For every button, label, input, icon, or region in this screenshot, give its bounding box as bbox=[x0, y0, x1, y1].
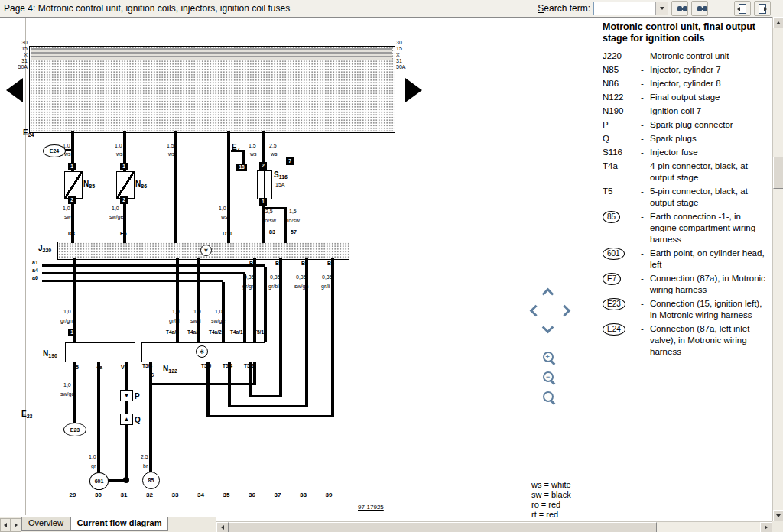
tab-scroll-right-button[interactable] bbox=[11, 518, 21, 532]
tab-current-flow-diagram[interactable]: Current flow diagram bbox=[70, 517, 169, 531]
diagram-label: 0,35 bbox=[270, 274, 281, 280]
pin-marker: 2 bbox=[259, 162, 267, 170]
track-number: 31 bbox=[121, 492, 128, 498]
diagram-label: 1,5 bbox=[289, 209, 297, 214]
zoom-in-icon[interactable] bbox=[543, 352, 554, 362]
n122-internal-symbol: ∗ bbox=[196, 345, 208, 358]
legend-key: 85 bbox=[603, 211, 641, 223]
junction-dot bbox=[123, 477, 129, 483]
vertical-scroll-thumb[interactable] bbox=[773, 157, 783, 189]
scroll-left-button[interactable] bbox=[216, 522, 229, 532]
bus-terminal-label: 30 bbox=[15, 40, 28, 45]
legend-desc: Injector, cylinder 8 bbox=[650, 78, 768, 89]
track-number: 30 bbox=[95, 492, 102, 498]
wire-segment bbox=[208, 415, 334, 417]
next-page-arrow[interactable] bbox=[405, 78, 422, 102]
legend-desc: Connection (87a, left inlet valve), in M… bbox=[650, 323, 768, 358]
diagram-label: T4a/4 bbox=[166, 330, 179, 336]
legend-entry: N85-Injector, cylinder 7 bbox=[603, 64, 772, 76]
scroll-up-button[interactable] bbox=[773, 17, 783, 28]
wire-segment bbox=[227, 131, 230, 243]
legend-desc: Connection (15, ignition left), in Motro… bbox=[650, 298, 768, 321]
diagram-label: 15 bbox=[73, 365, 79, 370]
wire-segment bbox=[331, 258, 334, 417]
tab-strip: Overview Current flow diagram bbox=[0, 517, 216, 532]
diagram-label: br bbox=[143, 463, 148, 469]
wire-segment bbox=[305, 258, 308, 407]
legend-dash: - bbox=[641, 105, 650, 117]
diagram-label: ws bbox=[168, 151, 175, 157]
j220-internal-symbol: ∗ bbox=[200, 245, 212, 256]
diagram-label: ro/sw bbox=[287, 218, 300, 223]
diagram-label: 2,5 bbox=[141, 454, 148, 459]
spark-plug-connector-p-symbol: ▼ bbox=[120, 390, 133, 401]
diagram-label: T5/3 bbox=[142, 364, 152, 369]
scrollbar-corner bbox=[772, 521, 783, 532]
diagram-label: sw/gn bbox=[294, 284, 308, 289]
wire-segment bbox=[151, 383, 256, 385]
wire-color-legend: ws = whitesw = blackro = redrt = red bbox=[531, 480, 571, 520]
zoom-out-icon[interactable] bbox=[543, 371, 554, 382]
legend-list: J220-Motronic control unitN85-Injector, … bbox=[603, 50, 772, 358]
diagram-label: 2,5 bbox=[265, 209, 273, 214]
track-number: 37 bbox=[275, 492, 281, 498]
diagram-label: 1,0 bbox=[112, 206, 119, 211]
legend-key: N86 bbox=[603, 78, 641, 89]
legend-dash: - bbox=[641, 273, 650, 284]
connection-e23-marker: E23 bbox=[63, 423, 86, 436]
legend-dash: - bbox=[641, 298, 650, 310]
vertical-scrollbar[interactable] bbox=[772, 17, 783, 521]
earth-connection-85: 85 bbox=[142, 472, 160, 489]
wire-segment bbox=[125, 423, 128, 479]
legend-entry: E23-Connection (15, ignition left), in M… bbox=[603, 298, 772, 321]
horizontal-scroll-thumb[interactable] bbox=[229, 522, 657, 532]
circled-symbol: E7 bbox=[603, 273, 621, 285]
scroll-down-button[interactable] bbox=[773, 510, 783, 521]
legend-key: E7 bbox=[603, 273, 641, 285]
pin-marker: 2 bbox=[120, 196, 128, 204]
arrow-up-icon bbox=[776, 21, 781, 24]
bus-terminal-label: 15 bbox=[396, 46, 402, 51]
diagram-label: E23 bbox=[21, 410, 32, 418]
legend-dash: - bbox=[641, 147, 650, 158]
tab-overview[interactable]: Overview bbox=[21, 517, 70, 531]
diagram-label: B5 bbox=[327, 261, 334, 266]
scroll-right-button[interactable] bbox=[760, 522, 772, 532]
diagram-label: ws bbox=[116, 151, 123, 157]
diagram-label: sw bbox=[64, 214, 71, 219]
diagram-label: D3 bbox=[68, 231, 75, 236]
zoom-select-icon[interactable] bbox=[543, 391, 554, 402]
wire-segment bbox=[71, 204, 74, 243]
track-number: 39 bbox=[326, 492, 333, 498]
diagram-label: 57 bbox=[291, 229, 297, 235]
horizontal-scrollbar[interactable] bbox=[216, 521, 772, 532]
diagram-label: N190 bbox=[43, 350, 57, 358]
legend-entry: S116-Injector fuse bbox=[603, 147, 772, 158]
bus-terminal-label: 31 bbox=[15, 58, 28, 63]
diagram-label: D10 bbox=[223, 231, 232, 236]
previous-page-arrow[interactable] bbox=[6, 78, 23, 102]
tab-scroll-left-button[interactable] bbox=[0, 518, 11, 532]
wire-segment bbox=[284, 207, 287, 243]
fuse-s116-symbol bbox=[257, 170, 272, 200]
pin-marker: 1 bbox=[68, 329, 76, 336]
diagram-label: ws bbox=[64, 151, 71, 157]
diagram-label: N86 bbox=[135, 180, 147, 188]
injector-n85-symbol bbox=[64, 171, 83, 199]
circled-symbol: 85 bbox=[603, 211, 620, 223]
legend-dash: - bbox=[641, 78, 650, 89]
legend-desc: Spark plug connector bbox=[650, 119, 768, 131]
diagram-label: T4a/1 bbox=[230, 330, 243, 336]
diagram-label: P bbox=[135, 393, 140, 401]
diagram-label: 1,5 bbox=[167, 143, 174, 148]
legend-key: S116 bbox=[603, 147, 641, 158]
wire-segment bbox=[262, 131, 265, 163]
diagram-label: 1,0 bbox=[193, 309, 201, 314]
bus-terminal-label: 15 bbox=[15, 46, 28, 51]
arrow-right-icon bbox=[15, 523, 18, 527]
wire-color-entry: ws = white bbox=[531, 480, 571, 490]
arrow-right-icon bbox=[765, 525, 768, 530]
diagram-label: S116 bbox=[274, 171, 288, 179]
circled-symbol: E23 bbox=[603, 298, 625, 310]
wire-color-entry: sw = black bbox=[531, 490, 571, 500]
